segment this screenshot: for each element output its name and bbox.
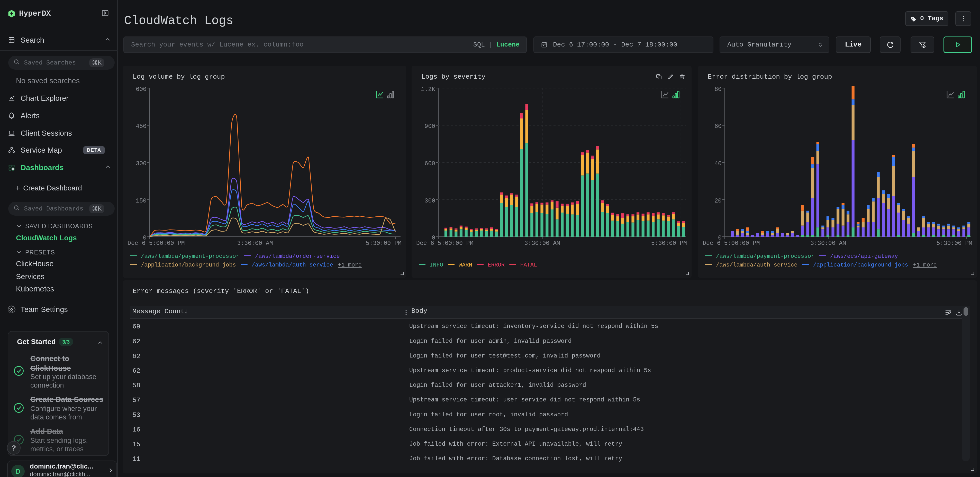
svg-text:300: 300 [136, 161, 146, 167]
svg-text:Dec 6 5:00:00 PM: Dec 6 5:00:00 PM [703, 240, 760, 247]
svg-text:3:30:00 AM: 3:30:00 AM [525, 240, 560, 247]
svg-text:5:30:00 PM: 5:30:00 PM [937, 240, 972, 247]
svg-text:5:30:00 PM: 5:30:00 PM [651, 240, 687, 247]
svg-text:600: 600 [136, 86, 146, 93]
svg-text:5:30:00 PM: 5:30:00 PM [366, 240, 402, 247]
svg-text:/aws/lambda/payment-processor: /aws/lambda/payment-processor [716, 253, 815, 259]
svg-text:20: 20 [714, 198, 722, 204]
svg-text:Dec 6 5:00:00 PM: Dec 6 5:00:00 PM [127, 240, 185, 247]
svg-text:+1 more: +1 more [913, 262, 937, 268]
svg-text:/application/background-jobs: /application/background-jobs [141, 262, 236, 268]
svg-text:150: 150 [136, 198, 146, 204]
svg-text:/aws/ecs/api-gateway: /aws/ecs/api-gateway [830, 253, 898, 259]
svg-text:ERROR: ERROR [488, 262, 505, 268]
svg-text:1.2K: 1.2K [421, 86, 435, 93]
svg-text:900: 900 [425, 123, 435, 130]
svg-text:+1 more: +1 more [338, 262, 361, 268]
svg-text:Dec 6 5:00:00 PM: Dec 6 5:00:00 PM [416, 240, 474, 247]
svg-text:450: 450 [136, 123, 146, 130]
svg-text:INFO: INFO [430, 262, 443, 268]
svg-text:/application/background-jobs: /application/background-jobs [813, 262, 908, 268]
svg-text:/aws/lambda/auth-service: /aws/lambda/auth-service [716, 262, 797, 268]
svg-text:60: 60 [714, 123, 722, 130]
svg-text:80: 80 [714, 86, 722, 93]
svg-text:/aws/lambda/auth-service: /aws/lambda/auth-service [252, 262, 333, 268]
svg-text:3:30:00 AM: 3:30:00 AM [810, 240, 846, 247]
svg-text:/aws/lambda/payment-processor: /aws/lambda/payment-processor [141, 253, 239, 259]
svg-text:600: 600 [425, 161, 435, 167]
svg-text:40: 40 [714, 161, 722, 167]
svg-text:WARN: WARN [459, 262, 472, 268]
svg-text:300: 300 [425, 198, 435, 204]
svg-text:/aws/lambda/order-service: /aws/lambda/order-service [255, 253, 340, 259]
svg-text:3:30:00 AM: 3:30:00 AM [237, 240, 273, 247]
svg-text:FATAL: FATAL [520, 262, 537, 268]
